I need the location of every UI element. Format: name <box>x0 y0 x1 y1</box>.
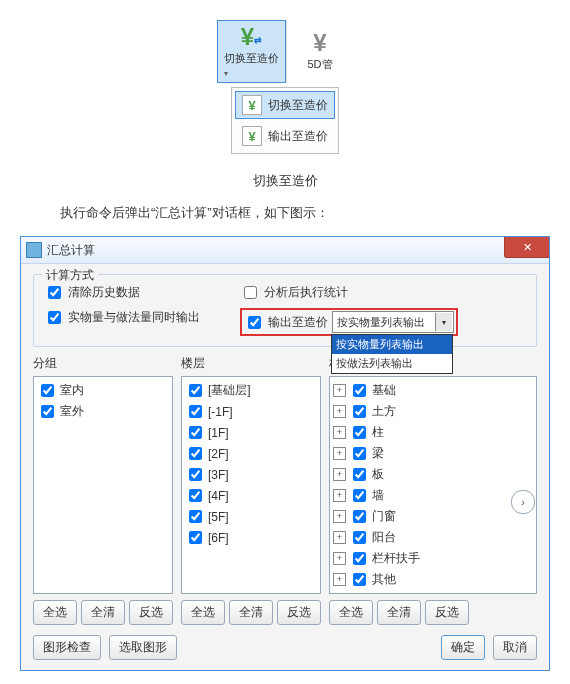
elem-list[interactable]: +基础+土方+柱+梁+板+墙+门窗+阳台+栏杆扶手+其他+楼梯+装饰 <box>329 376 537 594</box>
list-item[interactable]: [3F] <box>185 464 317 485</box>
list-item[interactable]: +楼梯 <box>333 590 533 594</box>
yen-out-small-icon: ¥ <box>242 126 262 146</box>
list-item[interactable]: [4F] <box>185 485 317 506</box>
list-item[interactable]: +土方 <box>333 401 533 422</box>
list-item[interactable]: [2F] <box>185 443 317 464</box>
yen-switch-small-icon: ¥ <box>242 95 262 115</box>
list-item[interactable]: +基础 <box>333 380 533 401</box>
calc-mode-legend: 计算方式 <box>42 267 98 284</box>
list-item[interactable]: 室外 <box>37 401 169 422</box>
output-cost-highlight: 输出至造价 按实物量列表输出 ▾ 按实物量列表输出 按做法列表输出 <box>240 308 458 336</box>
figure-caption-2: 汇总计算 <box>0 671 570 684</box>
group-list[interactable]: 室内室外 <box>33 376 173 594</box>
combo-opt-phys[interactable]: 按实物量列表输出 <box>332 335 452 354</box>
floor-list[interactable]: [基础层][-1F][1F][2F][3F][4F][5F][6F] <box>181 376 321 594</box>
list-item[interactable]: +板 <box>333 464 533 485</box>
clear-history-check[interactable]: 清除历史数据 <box>44 283 200 302</box>
yen-gray-icon: ¥ <box>313 31 326 55</box>
switch-cost-button[interactable]: ¥⇄ 切换至造价▾ <box>217 20 286 83</box>
group-none-button[interactable]: 全清 <box>81 600 125 625</box>
figure-caption-1: 切换至造价 <box>0 154 570 204</box>
5d-button[interactable]: ¥ 5D管 <box>286 20 353 83</box>
list-item[interactable]: +栏杆扶手 <box>333 548 533 569</box>
close-button[interactable]: ✕ <box>504 237 549 258</box>
list-item[interactable]: +阳台 <box>333 527 533 548</box>
menu-switch-cost[interactable]: ¥ 切换至造价 <box>235 91 335 119</box>
list-item[interactable]: +柱 <box>333 422 533 443</box>
ribbon-dropdown: ¥ 切换至造价 ¥ 输出至造价 <box>0 87 570 154</box>
list-item[interactable]: [-1F] <box>185 401 317 422</box>
group-inv-button[interactable]: 反选 <box>129 600 173 625</box>
floor-header: 楼层 <box>181 355 321 372</box>
floor-none-button[interactable]: 全清 <box>229 600 273 625</box>
graphic-check-button[interactable]: 图形检查 <box>33 635 101 660</box>
yen-switch-icon: ¥⇄ <box>241 25 262 49</box>
analyze-after-check[interactable]: 分析后执行统计 <box>240 283 458 302</box>
chevron-down-icon: ▾ <box>435 313 452 331</box>
expand-right-button[interactable]: › <box>511 490 535 514</box>
list-item[interactable]: 室内 <box>37 380 169 401</box>
combo-opt-method[interactable]: 按做法列表输出 <box>332 354 452 373</box>
app-icon <box>26 242 42 258</box>
floor-all-button[interactable]: 全选 <box>181 600 225 625</box>
list-item[interactable]: [1F] <box>185 422 317 443</box>
dialog-title: 汇总计算 <box>47 242 95 259</box>
phys-output-check[interactable]: 实物量与做法量同时输出 <box>44 308 200 327</box>
instruction-text: 执行命令后弹出“汇总计算”对话框，如下图示： <box>0 204 570 236</box>
group-all-button[interactable]: 全选 <box>33 600 77 625</box>
summary-dialog: 汇总计算 ✕ 计算方式 清除历史数据 实物量与做法量同时输出 分析后执行统计 输… <box>20 236 550 671</box>
elem-inv-button[interactable]: 反选 <box>425 600 469 625</box>
pick-graphic-button[interactable]: 选取图形 <box>109 635 177 660</box>
group-header: 分组 <box>33 355 173 372</box>
list-item[interactable]: [5F] <box>185 506 317 527</box>
calc-mode-group: 计算方式 清除历史数据 实物量与做法量同时输出 分析后执行统计 输出至造价 按实… <box>33 274 537 347</box>
ok-button[interactable]: 确定 <box>441 635 485 660</box>
cancel-button[interactable]: 取消 <box>493 635 537 660</box>
titlebar: 汇总计算 ✕ <box>21 237 549 264</box>
list-item[interactable]: +门窗 <box>333 506 533 527</box>
list-item[interactable]: +梁 <box>333 443 533 464</box>
output-cost-check[interactable]: 输出至造价 <box>244 313 328 332</box>
list-item[interactable]: +墙 <box>333 485 533 506</box>
elem-all-button[interactable]: 全选 <box>329 600 373 625</box>
elem-none-button[interactable]: 全清 <box>377 600 421 625</box>
list-item[interactable]: +其他 <box>333 569 533 590</box>
list-item[interactable]: [基础层] <box>185 380 317 401</box>
combo-dropdown: 按实物量列表输出 按做法列表输出 <box>331 334 453 374</box>
list-item[interactable]: [6F] <box>185 527 317 548</box>
output-mode-combo[interactable]: 按实物量列表输出 ▾ 按实物量列表输出 按做法列表输出 <box>332 311 454 333</box>
floor-inv-button[interactable]: 反选 <box>277 600 321 625</box>
menu-output-cost[interactable]: ¥ 输出至造价 <box>235 122 335 150</box>
ribbon-area: ¥⇄ 切换至造价▾ ¥ 5D管 <box>0 0 570 93</box>
